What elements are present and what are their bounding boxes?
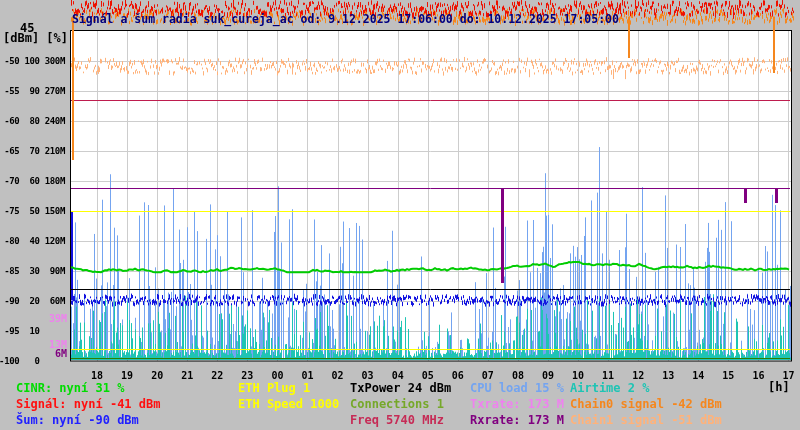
legend-txpower: TxPower 24 dBm — [350, 381, 451, 395]
legend-signal: Signál: nyní -41 dBm — [16, 397, 161, 411]
legend-freq: Freq 5740 MHz — [350, 413, 444, 427]
y-axis-label: -90 20 60M — [0, 296, 65, 306]
legend-cinr: CINR: nyní 31 % — [16, 381, 124, 395]
x-axis-hour-label: 11 — [599, 370, 617, 381]
x-axis-hour-label: 09 — [539, 370, 557, 381]
x-axis-hour-label: 15 — [719, 370, 737, 381]
x-axis-hour-label: 03 — [359, 370, 377, 381]
x-axis-hour-label: 00 — [268, 370, 286, 381]
x-axis-hour-label: 12 — [629, 370, 647, 381]
y-axis-label: -60 80 240M — [0, 116, 65, 126]
x-axis-hour-label: 05 — [419, 370, 437, 381]
y-axis-label: -85 30 90M — [0, 266, 65, 276]
chart-title: Signál a šum radia suk_cureja_ac od: 9.1… — [72, 13, 619, 25]
legend-chain1: Chain1 signal -51 dBm — [570, 413, 722, 427]
x-axis-hour-label: 06 — [449, 370, 467, 381]
legend-cpu-load: CPU load 15 % — [470, 381, 564, 395]
legend-chain0: Chain0 signal -42 dBm — [570, 397, 722, 411]
x-axis-hour-label: 01 — [298, 370, 316, 381]
legend-eth-speed: ETH Speed 1000 — [238, 397, 339, 411]
x-axis-hour-label: 08 — [509, 370, 527, 381]
x-axis-unit-label: [h] — [768, 381, 790, 394]
y-axis-label: -70 60 180M — [0, 176, 65, 186]
x-axis-hour-label: 07 — [479, 370, 497, 381]
y-axis-label: -75 50 150M — [0, 206, 65, 216]
marker-39m: 39M — [48, 313, 67, 324]
signal-noise-chart-canvas — [0, 0, 800, 430]
y-axis-label: -50 100 300M — [0, 56, 65, 66]
monitoring-graph-page: Signál a šum radia suk_cureja_ac od: 9.1… — [0, 0, 800, 430]
legend-connections: Connections 1 — [350, 397, 444, 411]
x-axis-hour-label: 20 — [148, 370, 166, 381]
legend-sum: Šum: nyní -90 dBm — [16, 413, 139, 427]
x-axis-hour-label: 21 — [178, 370, 196, 381]
x-axis-hour-label: 04 — [389, 370, 407, 381]
y-axis-unit-label: [dBm] [%] — [3, 32, 68, 45]
y-axis-label: -65 70 210M — [0, 146, 65, 156]
x-axis-hour-label: 22 — [208, 370, 226, 381]
x-axis-hour-label: 14 — [689, 370, 707, 381]
legend-eth-plug: ETH Plug 1 — [238, 381, 310, 395]
x-axis-hour-label: 19 — [118, 370, 136, 381]
y-axis-label: -55 90 270M — [0, 86, 65, 96]
legend-txrate: Txrate: 173 M — [470, 397, 564, 411]
x-axis-hour-label: 02 — [329, 370, 347, 381]
x-axis-hour-label: 18 — [88, 370, 106, 381]
x-axis-hour-label: 16 — [749, 370, 767, 381]
x-axis-hour-label: 10 — [569, 370, 587, 381]
legend-rxrate: Rxrate: 173 M — [470, 413, 564, 427]
x-axis-hour-label: 17 — [779, 370, 797, 381]
legend-airtime: Airtime 2 % — [570, 381, 649, 395]
x-axis-hour-label: 13 — [659, 370, 677, 381]
y-axis-label: -80 40 120M — [0, 236, 65, 246]
y-axis-label: -95 10 — [0, 326, 65, 336]
marker-6m: 6M — [48, 348, 67, 359]
x-axis-hour-label: 23 — [238, 370, 256, 381]
